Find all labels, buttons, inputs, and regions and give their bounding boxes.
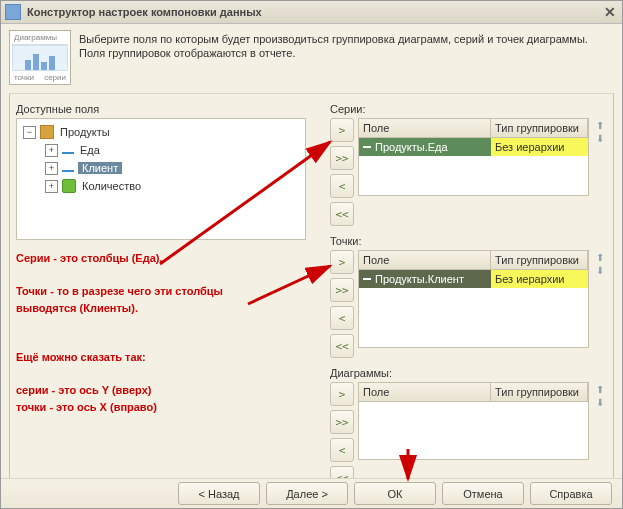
points-col-group: Тип группировки: [491, 251, 588, 269]
move-all-left-button[interactable]: <<: [330, 334, 354, 358]
annotation-text: Серии - это столбцы (Еда). Точки - то в …: [16, 250, 306, 416]
diagrams-down-button[interactable]: ⬇: [595, 397, 606, 408]
ok-button[interactable]: ОК: [354, 482, 436, 505]
close-icon[interactable]: ✕: [602, 4, 618, 20]
points-row[interactable]: Продукты.Клиент Без иерархии: [359, 270, 588, 288]
available-fields-label: Доступные поля: [16, 100, 306, 118]
chart-icon: [12, 45, 68, 71]
tree-root-label: Продукты: [58, 126, 112, 138]
toolbar: Диаграммы точки серии Выберите поля по к…: [1, 24, 622, 93]
diagrams-label: Диаграммы:: [330, 364, 607, 382]
series-grid[interactable]: Поле Тип группировки Продукты.Еда Без ие…: [358, 118, 589, 196]
move-left-button[interactable]: <: [330, 174, 354, 198]
chart-type-button[interactable]: Диаграммы точки серии: [9, 30, 71, 85]
field-icon: [62, 170, 74, 172]
tree-item-klient[interactable]: + Клиент: [19, 159, 303, 177]
available-fields-tree[interactable]: − Продукты + Еда + Клиент + Коли: [16, 118, 306, 240]
diagrams-col-group: Тип группировки: [491, 383, 588, 401]
move-right-button[interactable]: >: [330, 118, 354, 142]
points-label: Точки:: [330, 232, 607, 250]
main-panel: Доступные поля − Продукты + Еда + Клиент: [9, 93, 614, 487]
chart-tab-label: Диаграммы: [12, 33, 68, 45]
points-section: Точки: > >> < << Поле Тип группировки Пр…: [330, 232, 607, 358]
series-down-button[interactable]: ⬇: [595, 133, 606, 144]
series-up-button[interactable]: ⬆: [595, 120, 606, 131]
next-button[interactable]: Далее >: [266, 482, 348, 505]
move-left-button[interactable]: <: [330, 306, 354, 330]
move-all-right-button[interactable]: >>: [330, 146, 354, 170]
measure-icon: [62, 179, 76, 193]
move-all-left-button[interactable]: <<: [330, 202, 354, 226]
diagrams-grid[interactable]: Поле Тип группировки: [358, 382, 589, 460]
tree-item-kolichestvo[interactable]: + Количество: [19, 177, 303, 195]
move-right-button[interactable]: >: [330, 382, 354, 406]
series-col-field: Поле: [359, 119, 491, 137]
expand-icon[interactable]: +: [45, 162, 58, 175]
chart-axis-x-label: точки: [14, 73, 34, 82]
back-button[interactable]: < Назад: [178, 482, 260, 505]
series-label: Серии:: [330, 100, 607, 118]
series-col-group: Тип группировки: [491, 119, 588, 137]
move-left-button[interactable]: <: [330, 438, 354, 462]
move-all-right-button[interactable]: >>: [330, 410, 354, 434]
minus-icon: [363, 146, 371, 148]
points-grid[interactable]: Поле Тип группировки Продукты.Клиент Без…: [358, 250, 589, 348]
collapse-icon[interactable]: −: [23, 126, 36, 139]
chart-axis-y-label: серии: [44, 73, 66, 82]
cube-icon: [40, 125, 54, 139]
diagrams-up-button[interactable]: ⬆: [595, 384, 606, 395]
tree-root[interactable]: − Продукты: [19, 123, 303, 141]
help-button[interactable]: Справка: [530, 482, 612, 505]
points-up-button[interactable]: ⬆: [595, 252, 606, 263]
series-section: Серии: > >> < << Поле Тип группировки Пр…: [330, 100, 607, 226]
series-row[interactable]: Продукты.Еда Без иерархии: [359, 138, 588, 156]
minus-icon: [363, 278, 371, 280]
points-col-field: Поле: [359, 251, 491, 269]
expand-icon[interactable]: +: [45, 180, 58, 193]
window-title: Конструктор настроек компоновки данных: [27, 6, 602, 18]
hint-text: Выберите поля по которым будет производи…: [79, 30, 614, 60]
diagrams-col-field: Поле: [359, 383, 491, 401]
titlebar: Конструктор настроек компоновки данных ✕: [1, 1, 622, 24]
points-down-button[interactable]: ⬇: [595, 265, 606, 276]
footer: < Назад Далее > ОК Отмена Справка: [1, 478, 622, 508]
tree-item-eda[interactable]: + Еда: [19, 141, 303, 159]
move-all-right-button[interactable]: >>: [330, 278, 354, 302]
expand-icon[interactable]: +: [45, 144, 58, 157]
diagrams-section: Диаграммы: > >> < << Поле Тип группировк…: [330, 364, 607, 490]
move-right-button[interactable]: >: [330, 250, 354, 274]
cancel-button[interactable]: Отмена: [442, 482, 524, 505]
field-icon: [62, 152, 74, 154]
app-icon: [5, 4, 21, 20]
